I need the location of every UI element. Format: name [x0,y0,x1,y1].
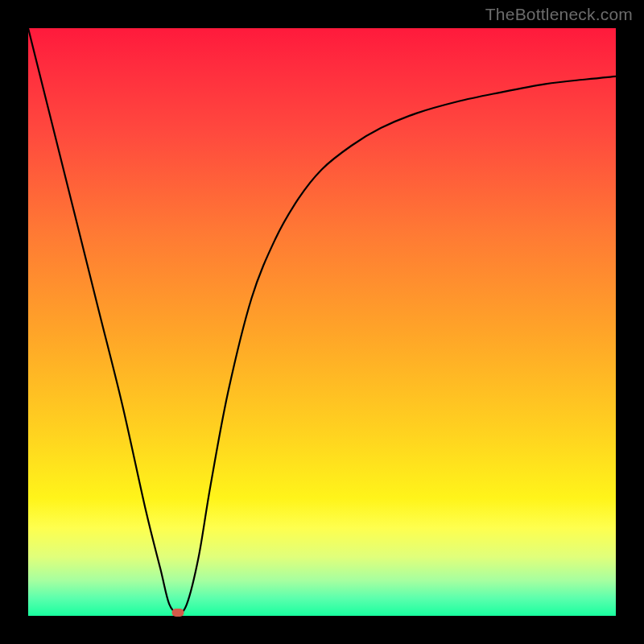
bottleneck-curve [28,28,616,616]
watermark-text: TheBottleneck.com [485,5,633,24]
optimal-point-marker [172,609,184,617]
plot-area [28,28,616,616]
chart-frame: TheBottleneck.com [0,0,644,644]
